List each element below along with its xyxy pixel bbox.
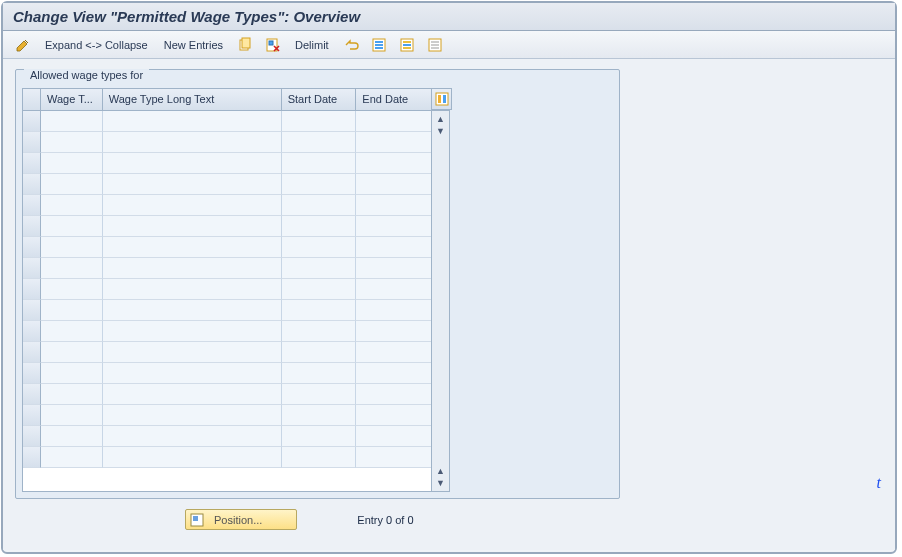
cell-wage-type[interactable] — [41, 321, 103, 342]
copy-icon[interactable] — [233, 35, 257, 55]
cell-end-date[interactable] — [356, 405, 431, 426]
cell-end-date[interactable] — [356, 384, 431, 405]
cell-long-text[interactable] — [103, 279, 282, 300]
col-header-wage-type[interactable]: Wage T... — [41, 89, 103, 110]
cell-long-text[interactable] — [103, 237, 282, 258]
cell-wage-type[interactable] — [41, 384, 103, 405]
table-row[interactable] — [23, 447, 431, 468]
cell-wage-type[interactable] — [41, 216, 103, 237]
scroll-down-small-icon[interactable]: ▼ — [435, 125, 447, 137]
row-selector[interactable] — [23, 321, 41, 342]
cell-long-text[interactable] — [103, 216, 282, 237]
table-row[interactable] — [23, 405, 431, 426]
cell-wage-type[interactable] — [41, 132, 103, 153]
row-selector[interactable] — [23, 258, 41, 279]
row-selector[interactable] — [23, 384, 41, 405]
table-row[interactable] — [23, 342, 431, 363]
cell-long-text[interactable] — [103, 405, 282, 426]
table-row[interactable] — [23, 363, 431, 384]
row-selector[interactable] — [23, 237, 41, 258]
cell-wage-type[interactable] — [41, 237, 103, 258]
row-selector[interactable] — [23, 300, 41, 321]
cell-end-date[interactable] — [356, 447, 431, 468]
table-row[interactable] — [23, 426, 431, 447]
wage-type-table[interactable]: Wage T... Wage Type Long Text Start Date… — [22, 88, 432, 492]
select-all-icon[interactable] — [367, 35, 391, 55]
cell-start-date[interactable] — [282, 237, 357, 258]
cell-start-date[interactable] — [282, 384, 357, 405]
scroll-down-icon[interactable]: ▼ — [435, 477, 447, 489]
row-selector[interactable] — [23, 279, 41, 300]
cell-wage-type[interactable] — [41, 447, 103, 468]
position-button[interactable]: Position... — [185, 509, 297, 530]
undo-icon[interactable] — [339, 35, 363, 55]
col-header-long-text[interactable]: Wage Type Long Text — [103, 89, 282, 110]
table-row[interactable] — [23, 132, 431, 153]
col-header-start-date[interactable]: Start Date — [282, 89, 357, 110]
cell-wage-type[interactable] — [41, 405, 103, 426]
cell-start-date[interactable] — [282, 321, 357, 342]
edit-icon[interactable] — [11, 35, 35, 55]
cell-end-date[interactable] — [356, 237, 431, 258]
cell-start-date[interactable] — [282, 216, 357, 237]
cell-wage-type[interactable] — [41, 363, 103, 384]
col-header-end-date[interactable]: End Date — [356, 89, 431, 110]
row-selector[interactable] — [23, 405, 41, 426]
cell-start-date[interactable] — [282, 111, 357, 132]
cell-long-text[interactable] — [103, 258, 282, 279]
row-selector[interactable] — [23, 195, 41, 216]
row-selector[interactable] — [23, 216, 41, 237]
cell-long-text[interactable] — [103, 363, 282, 384]
cell-end-date[interactable] — [356, 153, 431, 174]
cell-wage-type[interactable] — [41, 153, 103, 174]
cell-long-text[interactable] — [103, 300, 282, 321]
vertical-scrollbar[interactable]: ▲ ▼ ▲ ▼ — [432, 110, 450, 492]
cell-end-date[interactable] — [356, 321, 431, 342]
cell-end-date[interactable] — [356, 195, 431, 216]
row-selector-header[interactable] — [23, 89, 41, 110]
delimit-button[interactable]: Delimit — [289, 37, 335, 53]
cell-wage-type[interactable] — [41, 426, 103, 447]
cell-start-date[interactable] — [282, 342, 357, 363]
cell-long-text[interactable] — [103, 342, 282, 363]
cell-start-date[interactable] — [282, 279, 357, 300]
cell-long-text[interactable] — [103, 153, 282, 174]
cell-wage-type[interactable] — [41, 174, 103, 195]
cell-start-date[interactable] — [282, 300, 357, 321]
cell-start-date[interactable] — [282, 363, 357, 384]
delete-icon[interactable] — [261, 35, 285, 55]
cell-long-text[interactable] — [103, 132, 282, 153]
table-row[interactable] — [23, 279, 431, 300]
cell-end-date[interactable] — [356, 342, 431, 363]
table-row[interactable] — [23, 195, 431, 216]
cell-end-date[interactable] — [356, 216, 431, 237]
cell-wage-type[interactable] — [41, 279, 103, 300]
cell-end-date[interactable] — [356, 279, 431, 300]
cell-wage-type[interactable] — [41, 258, 103, 279]
table-row[interactable] — [23, 321, 431, 342]
row-selector[interactable] — [23, 132, 41, 153]
new-entries-button[interactable]: New Entries — [158, 37, 229, 53]
row-selector[interactable] — [23, 153, 41, 174]
cell-start-date[interactable] — [282, 195, 357, 216]
cell-end-date[interactable] — [356, 132, 431, 153]
select-block-icon[interactable] — [395, 35, 419, 55]
cell-wage-type[interactable] — [41, 300, 103, 321]
cell-long-text[interactable] — [103, 195, 282, 216]
table-row[interactable] — [23, 111, 431, 132]
row-selector[interactable] — [23, 426, 41, 447]
deselect-all-icon[interactable] — [423, 35, 447, 55]
scroll-up-small-icon[interactable]: ▲ — [435, 465, 447, 477]
cell-start-date[interactable] — [282, 258, 357, 279]
row-selector[interactable] — [23, 111, 41, 132]
cell-start-date[interactable] — [282, 405, 357, 426]
cell-wage-type[interactable] — [41, 111, 103, 132]
row-selector[interactable] — [23, 174, 41, 195]
cell-long-text[interactable] — [103, 111, 282, 132]
scroll-up-icon[interactable]: ▲ — [435, 113, 447, 125]
cell-start-date[interactable] — [282, 132, 357, 153]
cell-long-text[interactable] — [103, 174, 282, 195]
cell-wage-type[interactable] — [41, 195, 103, 216]
table-row[interactable] — [23, 384, 431, 405]
cell-long-text[interactable] — [103, 447, 282, 468]
